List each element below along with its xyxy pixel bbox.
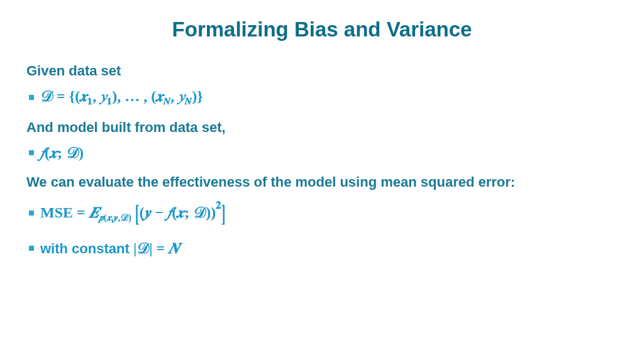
sub-Nb: 𝑵 [185, 96, 192, 106]
sym-lp3: ( [45, 145, 50, 161]
formula-model: 𝑓(𝒙; 𝒟) [40, 145, 84, 162]
slide-title: Formalizing Bias and Variance [26, 18, 618, 41]
sym-rbrace: } [197, 88, 203, 104]
bsemi: ; [184, 204, 193, 221]
sym-eq2: = [73, 204, 89, 221]
sub-1: 𝟏 [87, 96, 92, 106]
sym-comma3: , [143, 88, 151, 104]
sym-x3: 𝒙 [50, 145, 57, 161]
cN: 𝑵 [169, 240, 179, 256]
big-rbracket: ] [221, 200, 226, 228]
sym-comma: , [92, 88, 100, 104]
sub-1b: 𝟏 [107, 96, 112, 106]
sD: 𝒟 [120, 212, 128, 222]
heading-model-built: And model built from data set, [26, 119, 618, 136]
by: 𝒚 [144, 204, 151, 221]
label-with-constant: with constant [40, 241, 133, 256]
square-bullet-icon [29, 150, 34, 155]
ceq: = [152, 240, 169, 256]
sym-dots: … [125, 88, 143, 104]
square-bullet-icon [29, 246, 34, 251]
formula-constant: with constant |𝒟| = 𝑵 [40, 240, 179, 257]
square-bullet-icon [29, 211, 34, 216]
sym-semi: ; [57, 145, 66, 161]
sym-comma2: , [117, 88, 125, 104]
heading-given-data-set: Given data set [26, 63, 618, 79]
sym-p: 𝒑 [99, 212, 104, 222]
bullet-mse: MSE = 𝑬𝒑(𝒙,𝒚,𝒟) [(𝒚 − 𝑓(𝒙; 𝒟))𝟐] [29, 199, 618, 228]
sym-eq: = [53, 88, 69, 104]
brp2: ) [211, 204, 216, 221]
sym-x: 𝒙 [80, 88, 87, 104]
heading-evaluate: We can evaluate the effectiveness of the… [26, 174, 618, 190]
slide: Formalizing Bias and Variance Given data… [0, 0, 644, 362]
sym-x2: 𝒙 [156, 88, 164, 104]
formula-dataset: 𝒟 = {(𝒙𝟏, 𝑦𝟏), … , (𝒙𝑵, 𝑦𝑵)} [40, 88, 203, 107]
sym-rp3: ) [79, 145, 84, 161]
formula-mse: MSE = 𝑬𝒑(𝒙,𝒚,𝒟) [(𝒚 − 𝑓(𝒙; 𝒟))𝟐] [40, 199, 226, 228]
sym-D2: 𝒟 [66, 145, 79, 161]
sy: 𝒚 [113, 212, 118, 222]
square-bullet-icon [29, 95, 34, 100]
bullet-constant: with constant |𝒟| = 𝑵 [29, 240, 618, 257]
bullet-dataset: 𝒟 = {(𝒙𝟏, 𝑦𝟏), … , (𝒙𝑵, 𝑦𝑵)} [29, 88, 618, 107]
brp: ) [206, 204, 211, 221]
sym-lbrace: { [69, 88, 75, 104]
sym-D: 𝒟 [40, 88, 53, 104]
sym-comma4: , [170, 88, 178, 104]
sub-pxyd: 𝒑(𝒙,𝒚,𝒟) [99, 212, 131, 222]
srp: ) [128, 212, 131, 222]
sub-N: 𝑵 [164, 96, 170, 106]
sym-f: 𝑓 [40, 145, 45, 161]
sym-lp2: ( [151, 88, 156, 104]
sym-lp: ( [75, 88, 80, 104]
sym-y2: 𝑦 [178, 88, 185, 104]
sym-E: 𝑬 [89, 204, 99, 221]
blp2: ( [172, 204, 177, 221]
sym-y: 𝑦 [100, 88, 107, 104]
bx: 𝒙 [177, 204, 184, 221]
sx: 𝒙 [107, 212, 111, 222]
sym-rp2: ) [192, 88, 197, 104]
bminus: − [151, 204, 167, 221]
sym-rp: ) [112, 88, 117, 104]
big-lbracket: [ [135, 200, 140, 228]
bD: 𝒟 [193, 204, 206, 221]
cD: 𝒟 [136, 240, 149, 256]
sym-mse: MSE [40, 204, 73, 221]
bullet-model: 𝑓(𝒙; 𝒟) [29, 145, 618, 162]
